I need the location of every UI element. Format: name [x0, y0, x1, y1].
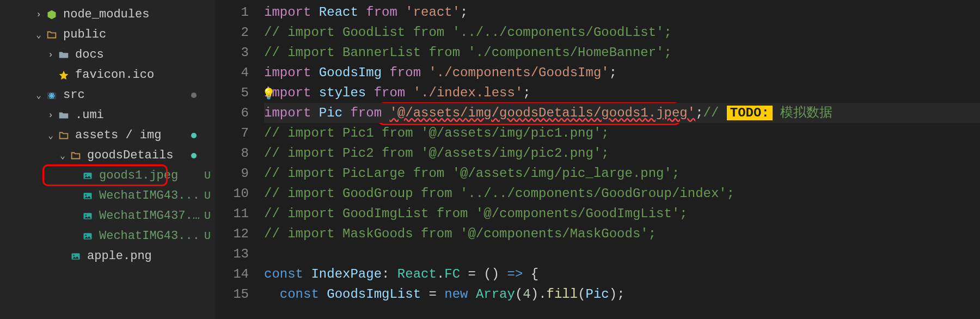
git-status-letter: U	[200, 230, 215, 242]
git-modified-dot	[191, 133, 197, 138]
tree-item-apple-png[interactable]: apple.png	[0, 246, 215, 266]
token-default	[303, 267, 311, 281]
tree-item-wechatimg43-[interactable]: WechatIMG43...U	[0, 226, 215, 246]
image-file-icon	[81, 189, 95, 203]
token-comment: // import Pic2 from '@/assets/img/pic2.p…	[264, 146, 609, 161]
code-line-7[interactable]: // import Pic1 from '@/assets/img/pic1.p…	[264, 123, 980, 143]
token-comment: // import MaskGoods from '@/components/M…	[264, 226, 656, 241]
svg-point-1	[51, 95, 53, 96]
token-punc: .	[437, 267, 444, 281]
chevron-icon: ›	[33, 10, 45, 20]
tree-item-public[interactable]: ⌄public	[0, 24, 215, 45]
token-var: styles	[319, 85, 366, 100]
tree-item-label: WechatIMG437...	[99, 209, 200, 223]
folder-icon	[57, 108, 71, 122]
token-var: GoodsImg	[319, 65, 382, 80]
code-line-4[interactable]: import GoodsImg from './components/Goods…	[264, 63, 980, 83]
svg-point-12	[85, 235, 87, 236]
line-number: 1	[215, 2, 249, 22]
token-default	[311, 106, 318, 120]
tree-item-docs[interactable]: ›docs	[0, 45, 215, 65]
nodejs-icon	[45, 8, 59, 22]
line-number: 9	[215, 163, 249, 183]
lightbulb-icon[interactable]: 💡	[262, 84, 275, 105]
token-var: Pic	[319, 106, 342, 120]
import-path-error: '@/assets/img/goodsDetails/goods1.jpeg'	[389, 106, 695, 120]
code-line-13[interactable]	[264, 244, 980, 264]
tree-item--umi[interactable]: ›.umi	[0, 105, 215, 125]
image-file-icon	[69, 249, 83, 263]
chevron-icon: ⌄	[33, 29, 45, 40]
token-var: React	[319, 5, 358, 20]
tree-item-label: WechatIMG43...	[99, 189, 200, 203]
code-line-2[interactable]: // import GoodList from '../../component…	[264, 22, 980, 42]
code-line-5[interactable]: 💡import styles from './index.less';	[264, 83, 980, 103]
token-number: 4	[523, 287, 530, 302]
code-line-14[interactable]: const IndexPage: React.FC = () => {	[264, 264, 980, 284]
token-default	[397, 5, 405, 20]
tree-item-assets-img[interactable]: ⌄assets / img	[0, 125, 215, 145]
code-line-11[interactable]: // import GoodImgList from '@/components…	[264, 204, 980, 224]
code-area[interactable]: import React from 'react';// import Good…	[264, 0, 980, 319]
tree-item-node-modules[interactable]: ›node_modules	[0, 4, 215, 24]
token-default	[311, 65, 318, 80]
react-folder-icon	[45, 88, 59, 102]
token-default	[319, 287, 327, 302]
line-number: 5	[215, 83, 249, 103]
token-comment: // import GoodGroup from '../../componen…	[264, 186, 734, 201]
code-line-3[interactable]: // import BannerList from './components/…	[264, 42, 980, 63]
code-line-10[interactable]: // import GoodGroup from '../../componen…	[264, 183, 980, 204]
token-default	[342, 106, 350, 120]
line-number: 2	[215, 22, 249, 42]
token-punc: ;	[523, 85, 530, 100]
token-const: =>	[507, 267, 523, 281]
chevron-icon: ›	[45, 50, 57, 60]
tree-item-label: node_modules	[63, 8, 200, 21]
token-punc: );	[609, 287, 625, 302]
token-from: from	[366, 5, 397, 20]
line-number: 10	[215, 183, 249, 204]
tree-item-label: WechatIMG43...	[99, 229, 200, 243]
file-explorer-sidebar[interactable]: ›node_modules⌄public›docsfavicon.ico⌄src…	[0, 0, 215, 319]
tree-item-src[interactable]: ⌄src	[0, 85, 215, 105]
tree-item-goodsdetails[interactable]: ⌄goodsDetails	[0, 145, 215, 165]
tree-item-label: public	[63, 28, 200, 41]
code-line-1[interactable]: import React from 'react';	[264, 2, 980, 22]
tree-item-label: goodsDetails	[87, 149, 191, 162]
line-number: 8	[215, 143, 249, 163]
token-comment: // import PicLarge from '@/assets/img/pi…	[264, 166, 679, 181]
token-punc: (	[578, 287, 585, 302]
token-punc: (	[515, 287, 523, 302]
folder-icon	[57, 48, 71, 62]
tree-item-wechatimg437-[interactable]: WechatIMG437...U	[0, 206, 215, 226]
line-number: 6	[215, 103, 249, 123]
tree-item-goods1-jpeg[interactable]: goods1.jpegU	[0, 165, 215, 186]
code-editor[interactable]: 123456789101112131415 import React from …	[215, 0, 980, 319]
code-line-8[interactable]: // import Pic2 from '@/assets/img/pic2.p…	[264, 143, 980, 163]
code-line-12[interactable]: // import MaskGoods from '@/components/M…	[264, 224, 980, 244]
tree-item-favicon-ico[interactable]: favicon.ico	[0, 65, 215, 85]
tree-item-wechatimg43-[interactable]: WechatIMG43...U	[0, 186, 215, 206]
code-line-9[interactable]: // import PicLarge from '@/assets/img/pi…	[264, 163, 980, 183]
annotation-highlight-file	[42, 164, 168, 186]
token-const: const	[280, 287, 319, 302]
folder-open-icon	[69, 149, 83, 163]
token-const: new	[444, 287, 468, 302]
chevron-icon: ⌄	[33, 90, 45, 101]
git-status-letter: U	[200, 210, 215, 222]
token-punc: ;	[460, 5, 468, 20]
tree-item-label: favicon.ico	[75, 68, 200, 82]
code-line-15[interactable]: const GoodsImgList = new Array(4).fill(P…	[264, 284, 980, 304]
image-file-icon	[81, 209, 95, 223]
code-line-6[interactable]: import Pic from '@/assets/img/goodsDetai…	[264, 103, 980, 123]
token-comment: // import BannerList from './components/…	[264, 45, 672, 60]
token-keyword: import	[264, 106, 311, 120]
token-default	[523, 267, 530, 281]
token-punc: ;	[695, 106, 703, 120]
token-var: Pic	[586, 287, 609, 302]
line-number: 15	[215, 284, 249, 304]
line-number-gutter: 123456789101112131415	[215, 0, 264, 319]
folder-open-icon	[45, 28, 59, 42]
token-keyword: import	[264, 5, 311, 20]
folder-open-icon	[57, 128, 71, 143]
